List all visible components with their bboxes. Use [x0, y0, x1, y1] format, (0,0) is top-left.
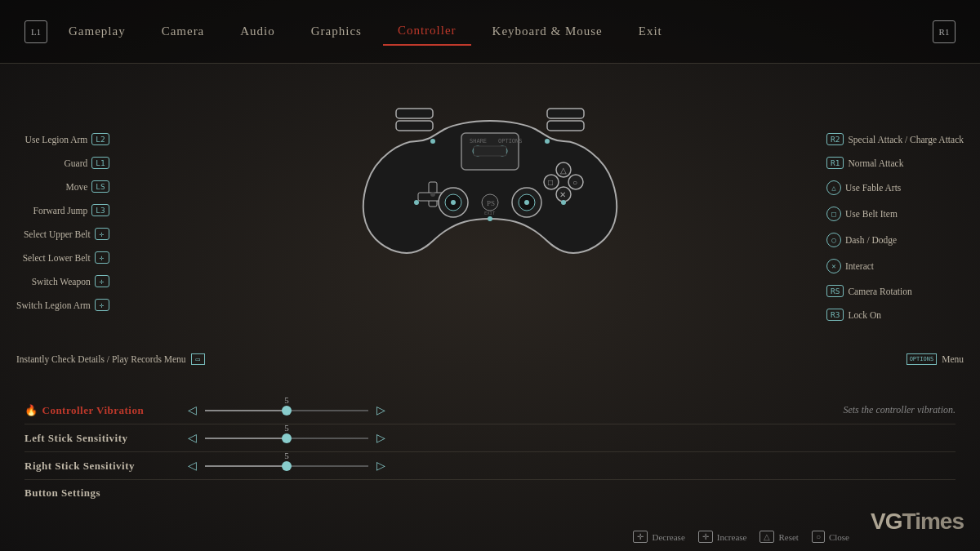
nav-graphics[interactable]: Graphics [296, 18, 376, 45]
right-stick-track[interactable]: 5 [205, 465, 368, 467]
left-stick-track[interactable]: 5 [205, 438, 368, 439]
left-stick-slider-container: ◁ 5 ▷ [188, 431, 956, 445]
decrease-action: ✛ Decrease [633, 531, 684, 543]
nav-exit[interactable]: Exit [624, 18, 677, 45]
reset-label: Reset [778, 532, 798, 542]
increase-icon: ✛ [698, 531, 713, 543]
nav-gameplay[interactable]: Gameplay [54, 18, 140, 45]
label-switch-weapon: Switch Weapon ✛ [16, 275, 109, 287]
svg-point-33 [561, 200, 566, 205]
vibration-slider-container: ◁ 5 ▷ [188, 403, 826, 417]
decrease-label: Decrease [652, 532, 684, 542]
left-stick-increase[interactable]: ▷ [376, 431, 385, 445]
label-switch-legion-arm: Switch Legion Arm ✛ [16, 299, 109, 311]
l1-label: L1 [31, 27, 41, 37]
use-fable-arts-text: Use Fable Arts [845, 183, 901, 193]
right-stick-slider-container: ◁ 5 ▷ [188, 459, 956, 473]
circle-tag: ○ [826, 233, 841, 247]
bottom-action-bar: ✛ Decrease ✛ Increase △ Reset ○ Close [633, 531, 849, 543]
use-legion-arm-text: Use Legion Arm [25, 135, 88, 144]
svg-point-30 [430, 139, 435, 144]
nav-l1-button[interactable]: L1 [24, 20, 47, 43]
label-use-legion-arm: Use Legion Arm L2 [16, 133, 109, 145]
l2-tag: L2 [91, 133, 109, 145]
right-labels: R2 Special Attack / Charge Attack R1 Nor… [826, 133, 964, 332]
close-label: Close [829, 532, 849, 542]
svg-rect-25 [547, 121, 584, 131]
lock-on-text: Lock On [848, 310, 881, 320]
interact-text: Interact [845, 261, 874, 271]
reset-action: △ Reset [760, 531, 798, 543]
dpad-left-tag: ✛ [95, 299, 109, 311]
vibration-label: 🔥 Controller Vibration [24, 404, 188, 417]
move-text: Move [65, 182, 87, 192]
nav-bar: L1 Gameplay Camera Audio Graphics Contro… [0, 0, 980, 64]
forward-jump-text: Forward Jump [33, 206, 88, 216]
instantly-check-text: Instantly Check Details / Play Records M… [16, 354, 186, 364]
select-lower-belt-text: Select Lower Belt [23, 253, 91, 263]
controller-diagram: SHARE OPTIONS △ □ ○ [351, 76, 629, 275]
svg-text:□: □ [548, 178, 553, 187]
close-icon: ○ [812, 531, 825, 543]
touchpad-tag: ▭ [191, 353, 205, 365]
right-stick-value: 5 [284, 451, 289, 460]
left-stick-value: 5 [284, 423, 289, 433]
l1-tag: L1 [91, 157, 109, 169]
svg-text:✕: ✕ [559, 190, 566, 199]
vibration-increase[interactable]: ▷ [376, 403, 385, 417]
label-guard: Guard L1 [16, 157, 109, 169]
vibration-track[interactable]: 5 [205, 410, 368, 411]
square-tag: □ [826, 207, 841, 221]
button-settings-row: Button Settings [24, 479, 956, 506]
menu-text: Menu [942, 354, 964, 364]
increase-action: ✛ Increase [698, 531, 747, 543]
nav-audio[interactable]: Audio [225, 18, 290, 45]
ls-tag: LS [91, 180, 109, 193]
label-dash-dodge: ○ Dash / Dodge [826, 233, 964, 247]
svg-rect-24 [396, 109, 433, 118]
vibration-value: 5 [284, 395, 289, 405]
svg-point-32 [414, 200, 419, 205]
right-stick-increase[interactable]: ▷ [376, 459, 385, 473]
svg-point-11 [451, 200, 456, 205]
button-settings-label: Button Settings [24, 487, 188, 500]
r1-label: R1 [939, 27, 950, 37]
switch-legion-arm-text: Switch Legion Arm [16, 300, 91, 310]
controller-vibration-row: 🔥 Controller Vibration ◁ 5 ▷ Sets the co… [24, 397, 956, 424]
l3-tag: L3 [91, 204, 109, 216]
special-attack-text: Special Attack / Charge Attack [848, 135, 964, 144]
label-interact: ✕ Interact [826, 259, 964, 273]
left-labels: Use Legion Arm L2 Guard L1 Move LS Forwa… [16, 133, 109, 322]
label-special-attack: R2 Special Attack / Charge Attack [826, 133, 964, 145]
svg-text:EXIT: EXIT [484, 211, 496, 216]
nav-r1-button[interactable]: R1 [933, 20, 956, 43]
dpad-down-tag: ✛ [95, 251, 109, 264]
vibration-decrease[interactable]: ◁ [188, 403, 197, 417]
left-stick-decrease[interactable]: ◁ [188, 431, 197, 445]
left-stick-row: Left Stick Sensitivity ◁ 5 ▷ [24, 424, 956, 451]
vibration-description: Sets the controller vibration. [843, 404, 956, 416]
left-stick-label: Left Stick Sensitivity [24, 432, 188, 445]
nav-controller[interactable]: Controller [383, 17, 471, 46]
svg-text:○: ○ [572, 178, 577, 187]
svg-point-8 [430, 192, 435, 197]
dpad-up-tag: ✛ [95, 228, 109, 240]
normal-attack-text: Normal Attack [848, 158, 903, 168]
use-belt-item-text: Use Belt Item [845, 209, 898, 219]
label-use-fable-arts: △ Use Fable Arts [826, 180, 964, 195]
increase-label: Increase [717, 532, 747, 542]
r1-tag: R1 [826, 157, 844, 169]
svg-text:OPTIONS: OPTIONS [498, 138, 523, 144]
camera-rotation-text: Camera Rotation [848, 287, 911, 296]
nav-keyboard-mouse[interactable]: Keyboard & Mouse [478, 18, 617, 45]
nav-camera[interactable]: Camera [147, 18, 220, 45]
instantly-check-row: Instantly Check Details / Play Records M… [16, 353, 205, 365]
cross-tag: ✕ [826, 259, 841, 273]
label-lock-on: R3 Lock On [826, 309, 964, 321]
main-layout: Use Legion Arm L2 Guard L1 Move LS Forwa… [0, 64, 980, 551]
options-tag: OPTIONS [906, 353, 938, 365]
svg-point-34 [488, 216, 492, 221]
label-forward-jump: Forward Jump L3 [16, 204, 109, 216]
triangle-tag: △ [826, 180, 841, 195]
right-stick-decrease[interactable]: ◁ [188, 459, 197, 473]
